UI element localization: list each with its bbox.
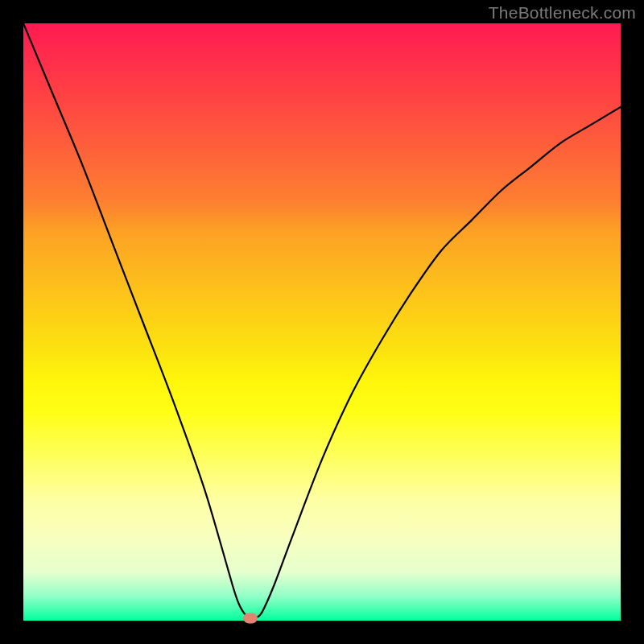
plot-area — [23, 23, 621, 621]
chart-frame: TheBottleneck.com — [0, 0, 644, 644]
curve-svg — [23, 23, 621, 621]
optimum-marker — [243, 613, 258, 624]
watermark-text: TheBottleneck.com — [489, 3, 636, 23]
bottleneck-curve — [23, 23, 621, 618]
